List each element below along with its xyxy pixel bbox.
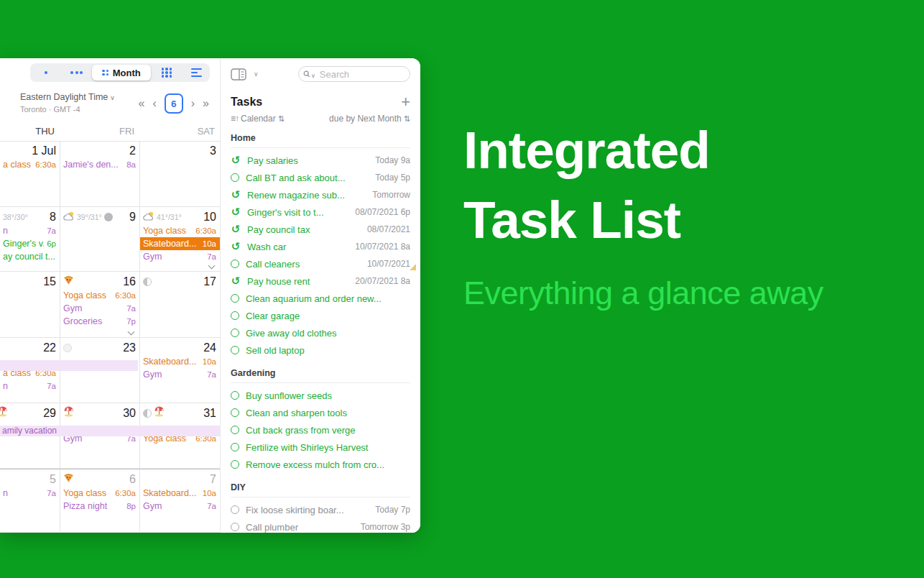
task-row[interactable]: ↺Pay salariesToday 9a xyxy=(231,152,410,169)
task-list: Fix loose skirting boar...Today 7pCall p… xyxy=(231,497,410,533)
calendar-event[interactable]: Yoga class6:30a xyxy=(60,487,139,500)
task-checkbox-icon[interactable] xyxy=(231,408,239,417)
task-row[interactable]: Call plumberTomorrow 3p xyxy=(231,518,410,533)
day-cell-header: 6 xyxy=(60,469,139,487)
calendar-event[interactable]: a class6:30a xyxy=(0,158,60,171)
task-row[interactable]: Call cleaners10/07/2021 xyxy=(231,255,410,272)
calendar-event[interactable]: Skateboard...10a xyxy=(140,487,220,500)
calendar-event[interactable]: Gym7a xyxy=(140,500,220,513)
calendar-event[interactable]: Skateboard...10a xyxy=(140,237,220,250)
task-row[interactable]: ↺Renew magazine sub...Tomorrow xyxy=(231,186,410,203)
add-task-button[interactable]: + xyxy=(401,96,410,109)
task-checkbox-icon[interactable] xyxy=(231,346,239,354)
task-checkbox-icon[interactable] xyxy=(231,329,239,337)
repeat-task-icon[interactable]: ↺ xyxy=(231,242,241,252)
chevron-down-icon: ∨ xyxy=(110,94,115,101)
calendar-event[interactable]: Skateboard...10a xyxy=(140,355,220,368)
calendar-day-cell-3[interactable]: 3 xyxy=(139,141,220,206)
view-list-button[interactable] xyxy=(183,65,210,81)
calendar-event[interactable]: Gym7a xyxy=(140,368,220,381)
view-day-button[interactable] xyxy=(30,65,61,81)
task-checkbox-icon[interactable] xyxy=(231,505,239,514)
task-row[interactable]: Cut back grass from verge xyxy=(231,421,410,439)
sidebar-toggle-icon[interactable] xyxy=(231,68,246,81)
calendar-event[interactable]: Groceries7p xyxy=(60,315,139,328)
task-row[interactable]: Buy sunflower seeds xyxy=(231,387,410,404)
nav-prev-button[interactable]: ‹ xyxy=(152,94,156,113)
chevron-down-icon[interactable]: ∨ xyxy=(254,70,259,78)
view-week-button[interactable] xyxy=(61,65,92,81)
calendar-day-cell-10[interactable]: 41°/31°10Yoga class6:30aSkateboard...10a… xyxy=(139,207,220,271)
weekday-header-thu: THU xyxy=(0,122,60,141)
calendar-day-cell-15[interactable]: 15 xyxy=(0,272,60,337)
task-checkbox-icon[interactable] xyxy=(231,294,239,303)
calendar-event[interactable]: Gym7a xyxy=(60,302,139,315)
calendar-event[interactable]: n7a xyxy=(0,380,60,393)
task-checkbox-icon[interactable] xyxy=(231,443,239,451)
task-row[interactable]: Sell old laptop xyxy=(231,341,410,359)
calendar-day-cell-7[interactable]: 7Skateboard...10aGym7a xyxy=(139,469,220,532)
task-row[interactable]: Give away old clothes xyxy=(231,324,410,341)
calendar-day-cell-8[interactable]: 38°/30°8n7aGinger's v...6pay council t..… xyxy=(0,207,60,271)
calendar-event[interactable]: ay council t... xyxy=(0,250,60,263)
calendar-event[interactable]: Yoga class6:30a xyxy=(140,224,220,237)
task-checkbox-icon[interactable] xyxy=(231,523,239,531)
task-checkbox-icon[interactable] xyxy=(231,311,239,320)
calendar-event[interactable]: Yoga class6:30a xyxy=(60,289,139,302)
repeat-task-icon[interactable]: ↺ xyxy=(231,207,241,217)
view-year-button[interactable] xyxy=(151,65,183,81)
task-row[interactable]: Call BT and ask about...Today 5p xyxy=(231,169,410,186)
task-checkbox-icon[interactable] xyxy=(231,426,239,434)
task-row[interactable]: Clear garage xyxy=(231,307,410,324)
multiday-event-banner[interactable] xyxy=(0,360,138,371)
nav-first-button[interactable]: « xyxy=(139,94,145,113)
repeat-task-icon[interactable]: ↺ xyxy=(231,224,241,234)
task-checkbox-icon[interactable] xyxy=(231,260,239,268)
repeat-task-icon[interactable]: ↺ xyxy=(231,155,241,165)
timezone-block[interactable]: Eastern Daylight Time∨ Toronto · GMT -4 xyxy=(20,92,115,114)
calendar-event[interactable]: Ginger's v...6p xyxy=(0,237,60,250)
nav-next-button[interactable]: › xyxy=(191,94,195,113)
repeat-task-icon[interactable]: ↺ xyxy=(231,276,241,286)
calendar-event[interactable]: Pizza night8p xyxy=(60,500,139,513)
view-month-button[interactable]: Month xyxy=(92,65,151,81)
more-events-chevron-icon[interactable] xyxy=(128,329,134,335)
task-row[interactable]: Fix loose skirting boar...Today 7p xyxy=(231,501,410,518)
task-checkbox-icon[interactable] xyxy=(231,391,239,400)
calendar-day-cell-24[interactable]: 24Skateboard...10aGym7a xyxy=(139,338,220,403)
day-number: 31 xyxy=(203,407,216,420)
calendar-day-cell-9[interactable]: 39°/31°9 xyxy=(60,207,139,271)
task-row[interactable]: Clean and sharpen tools xyxy=(231,404,410,421)
repeat-task-icon[interactable]: ↺ xyxy=(231,190,241,200)
event-title: Ginger's v... xyxy=(3,237,44,250)
calendar-event[interactable]: Gym7a xyxy=(140,250,220,263)
task-checkbox-icon[interactable] xyxy=(231,460,239,469)
today-badge-button[interactable]: 6 xyxy=(165,93,183,114)
calendar-day-cell-16[interactable]: 16Yoga class6:30aGym7aGroceries7p xyxy=(60,272,139,337)
multiday-event-banner[interactable]: amily vacation xyxy=(0,426,220,436)
due-filter-control[interactable]: due by Next Month ⇅ xyxy=(329,114,410,124)
calendar-day-cell-6[interactable]: 6Yoga class6:30aPizza night8p xyxy=(60,469,139,532)
task-checkbox-icon[interactable] xyxy=(231,173,239,182)
calendar-event[interactable]: Jamie's den...8a xyxy=(60,158,139,171)
calendar-event[interactable]: n7a xyxy=(0,224,60,237)
calendar-day-cell-1-jul[interactable]: 1 Jula class6:30a xyxy=(0,141,60,206)
task-row[interactable]: ↺Ginger's visit to t...08/07/2021 6p xyxy=(231,203,410,221)
task-title: Wash car xyxy=(247,242,348,252)
task-row[interactable]: Clean aquarium and order new... xyxy=(231,290,410,307)
calendar-day-cell-2[interactable]: 2Jamie's den...8a xyxy=(60,141,139,206)
task-row[interactable]: Fertilize with Shirleys Harvest xyxy=(231,439,410,456)
task-row[interactable]: Remove excess mulch from cro... xyxy=(231,456,410,473)
task-row[interactable]: ↺Pay house rent20/07/2021 8a xyxy=(231,272,410,290)
search-input[interactable] xyxy=(318,68,405,81)
task-row[interactable]: ↺Wash car10/07/2021 8a xyxy=(231,238,410,255)
nav-last-button[interactable]: » xyxy=(203,94,209,113)
calendar-day-cell-5[interactable]: 5n7a xyxy=(0,469,60,532)
calendar-event[interactable]: n7a xyxy=(0,487,60,500)
search-scope-chevron-icon[interactable]: ∨ xyxy=(311,73,315,79)
task-row[interactable]: ↺Pay council tax08/07/2021 xyxy=(231,221,410,238)
search-field[interactable]: ∨ xyxy=(298,66,410,82)
more-events-chevron-icon[interactable] xyxy=(208,263,215,269)
sort-control[interactable]: ≡↑ Calendar ⇅ xyxy=(231,114,285,124)
calendar-day-cell-17[interactable]: 17 xyxy=(139,272,220,337)
